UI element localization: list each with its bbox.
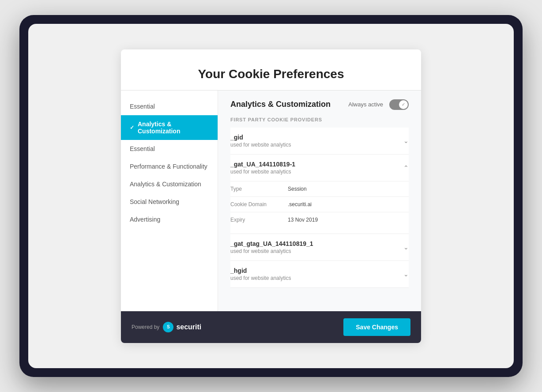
sidebar: Essential ✓ Analytics & Customization Es… [121,90,218,311]
cookie-item-header-gat-ua[interactable]: _gat_UA_144110819-1 used for website ana… [230,155,409,181]
detail-value-type: Session [288,186,307,192]
chevron-down-icon-hgid: ⌄ [403,271,409,278]
content-area: Analytics & Customization Always active … [218,90,421,311]
sidebar-item-essential-top[interactable]: Essential [121,98,218,115]
chevron-down-icon-gat-gtag: ⌄ [403,244,409,251]
cookie-item-gat-ua: _gat_UA_144110819-1 used for website ana… [230,155,409,234]
check-icon: ✓ [130,124,134,131]
cookie-preferences-modal: Your Cookie Preferences Essential ✓ Anal… [121,49,421,343]
chevron-up-icon-gat-ua: ⌃ [403,164,409,171]
sidebar-item-label: Analytics & Customization [130,181,201,188]
sidebar-item-analytics-customization-2[interactable]: Analytics & Customization [121,175,218,193]
cookie-item-gid: _gid used for website analytics ⌄ [230,128,409,155]
sidebar-item-social-networking[interactable]: Social Networking [121,193,218,211]
detail-row-expiry: Expiry 13 Nov 2019 [230,212,409,227]
cookie-name-hgid: _hgid [230,267,291,274]
cookie-name-gat-gtag: _gat_gtag_UA_144110819_1 [230,240,313,247]
cookie-item-header-hgid[interactable]: _hgid used for website analytics ⌄ [230,261,409,287]
sidebar-item-essential[interactable]: Essential [121,140,218,158]
detail-value-domain: .securiti.ai [288,201,312,207]
securiti-brand-name: securiti [176,323,201,331]
cookie-name-gat-ua: _gat_UA_144110819-1 [230,161,295,168]
sidebar-item-label: Analytics & Customization [138,121,209,135]
sidebar-item-label: Essential [130,145,155,152]
sidebar-item-label: Essential [130,103,155,110]
sidebar-item-label: Performance & Functionality [130,163,207,170]
sidebar-item-analytics-customization-active[interactable]: ✓ Analytics & Customization [121,115,218,140]
always-active-toggle[interactable] [389,99,409,110]
device-frame: Your Cookie Preferences Essential ✓ Anal… [19,15,523,377]
modal-title: Your Cookie Preferences [139,67,403,81]
toggle-container: Always active [348,99,409,110]
powered-by: Powered by S securiti [132,322,201,332]
cookie-desc-gat-gtag: used for website analytics [230,248,313,254]
detail-label-domain: Cookie Domain [230,201,288,207]
detail-value-expiry: 13 Nov 2019 [288,217,318,223]
cookie-desc-gat-ua: used for website analytics [230,169,295,175]
modal-header: Your Cookie Preferences [121,49,421,90]
save-changes-button[interactable]: Save Changes [343,318,410,336]
powered-by-label: Powered by [132,324,159,330]
sidebar-item-label: Social Networking [130,198,179,205]
detail-label-expiry: Expiry [230,217,288,223]
securiti-logo: S securiti [163,322,201,332]
detail-label-type: Type [230,186,288,192]
chevron-down-icon-gid: ⌄ [403,137,409,144]
detail-row-type: Type Session [230,181,409,196]
modal-footer: Powered by S securiti Save Changes [121,311,421,343]
modal-body: Essential ✓ Analytics & Customization Es… [121,90,421,311]
cookie-item-header-gat-gtag[interactable]: _gat_gtag_UA_144110819_1 used for websit… [230,234,409,260]
cookie-details-gat-ua: Type Session Cookie Domain .securiti.ai … [230,181,409,234]
cookie-name-gid: _gid [230,134,291,141]
securiti-icon: S [163,322,173,332]
sidebar-item-performance-functionality[interactable]: Performance & Functionality [121,158,218,175]
toggle-knob [399,100,408,109]
content-title: Analytics & Customization [230,100,331,109]
content-header: Analytics & Customization Always active [230,99,409,110]
sidebar-item-advertising[interactable]: Advertising [121,211,218,228]
detail-row-domain: Cookie Domain .securiti.ai [230,196,409,212]
cookie-desc-gid: used for website analytics [230,142,291,148]
sidebar-item-label: Advertising [130,216,160,223]
cookie-item-hgid: _hgid used for website analytics ⌄ [230,261,409,288]
always-active-label: Always active [348,101,383,108]
cookie-item-header-gid[interactable]: _gid used for website analytics ⌄ [230,128,409,154]
section-label: FIRST PARTY COOKIE PROVIDERS [230,117,409,122]
cookie-item-gat-gtag: _gat_gtag_UA_144110819_1 used for websit… [230,234,409,261]
cookie-desc-hgid: used for website analytics [230,275,291,281]
device-screen: Your Cookie Preferences Essential ✓ Anal… [28,24,514,368]
